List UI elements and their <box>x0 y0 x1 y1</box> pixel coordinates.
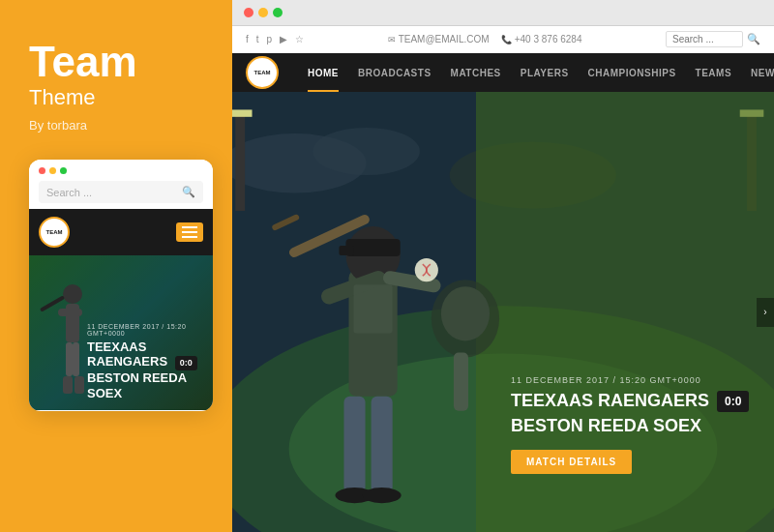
main-nav: TEAM HOME BROADCASTS MATCHES PLAYERS CHA… <box>232 53 774 92</box>
mobile-hamburger[interactable] <box>176 222 203 242</box>
browser-dot-red <box>244 8 253 17</box>
youtube-icon[interactable]: ▶ <box>280 34 287 44</box>
svg-point-32 <box>441 286 490 340</box>
svg-rect-2 <box>58 309 82 316</box>
svg-rect-21 <box>339 246 353 255</box>
mobile-search-bar[interactable]: Search ... 🔍 <box>39 181 203 203</box>
hero-section: 11 DECEMBER 2017 / 15:20 GMT+0000 TEEXAA… <box>232 92 774 532</box>
svg-rect-26 <box>343 396 365 492</box>
theme-author: By torbara <box>29 118 203 133</box>
mobile-search-icon: 🔍 <box>182 186 195 198</box>
utility-social-icons: f t p ▶ ☆ <box>246 34 304 44</box>
utility-bar: f t p ▶ ☆ ✉ TEAM@EMAIL.COM 📞 +40 3 876 6… <box>232 26 774 53</box>
match-details-button[interactable]: MATCH DETAILS <box>511 450 632 474</box>
mobile-hero-teams: TEEXAAS RAENGAERS 0:0 BESTON REEDA SOEX <box>87 340 203 401</box>
pinterest-icon[interactable]: p <box>267 34 273 44</box>
nav-logo: TEAM <box>246 56 279 89</box>
nav-items: HOME BROADCASTS MATCHES PLAYERS CHAMPION… <box>298 53 774 92</box>
mobile-search-placeholder: Search ... <box>46 187 92 198</box>
hero-score: 0:0 <box>717 391 749 412</box>
mobile-score-badge: 0:0 <box>175 356 197 370</box>
mobile-dot-yellow <box>49 167 56 174</box>
nav-item-home[interactable]: HOME <box>298 53 348 92</box>
browser-chrome <box>232 0 774 26</box>
nav-item-broadcasts[interactable]: BROADCASTS <box>348 53 441 92</box>
svg-rect-27 <box>372 396 393 492</box>
theme-title: Team <box>29 39 203 85</box>
hero-right-content: 11 DECEMBER 2017 / 15:20 GMT+0000 TEEXAA… <box>511 375 755 474</box>
utility-search[interactable]: 🔍 <box>666 31 760 47</box>
svg-rect-33 <box>454 352 468 410</box>
facebook-icon[interactable]: f <box>246 34 249 44</box>
contact-phone: 📞 +40 3 876 6284 <box>501 34 582 44</box>
hero-date: 11 DECEMBER 2017 / 15:20 GMT+0000 <box>511 375 755 385</box>
mobile-logo: TEAM <box>39 217 70 248</box>
hero-team1: TEEXAAS RAENGAERS <box>511 391 709 412</box>
hero-team2: BESTON REEDA SOEX <box>511 416 755 436</box>
nav-item-championships[interactable]: CHAMPIONSHIPS <box>579 53 686 92</box>
nav-item-players[interactable]: PLAYERS <box>511 53 579 92</box>
svg-point-29 <box>363 488 402 503</box>
svg-rect-20 <box>345 239 400 256</box>
email-icon: ✉ <box>388 35 396 44</box>
utility-contact: ✉ TEAM@EMAIL.COM 📞 +40 3 876 6284 <box>388 34 582 44</box>
desktop-search-button[interactable]: 🔍 <box>747 33 760 45</box>
svg-rect-30 <box>354 284 393 333</box>
svg-rect-25 <box>271 214 300 231</box>
bookmark-icon[interactable]: ☆ <box>295 34 304 44</box>
nav-item-news[interactable]: NEWS <box>741 53 774 92</box>
contact-email: ✉ TEAM@EMAIL.COM <box>388 34 490 44</box>
slider-next-arrow[interactable]: › <box>757 298 774 327</box>
mobile-dot-red <box>39 167 45 174</box>
svg-point-0 <box>63 284 82 304</box>
hero-teams-row: TEEXAAS RAENGAERS 0:0 <box>511 391 755 412</box>
mobile-nav: TEAM <box>29 209 213 255</box>
right-panel: f t p ▶ ☆ ✉ TEAM@EMAIL.COM 📞 +40 3 876 6… <box>232 0 774 532</box>
mobile-preview: Search ... 🔍 TEAM <box>29 160 213 411</box>
browser-dot-green <box>273 8 283 17</box>
theme-subtitle: Theme <box>29 85 203 110</box>
hero-batter-figure <box>232 114 514 532</box>
phone-icon: 📞 <box>501 35 512 44</box>
twitter-icon[interactable]: t <box>256 34 259 44</box>
nav-item-matches[interactable]: MATCHES <box>441 53 511 92</box>
left-panel: Team Theme By torbara Search ... 🔍 TEAM <box>0 0 232 532</box>
mobile-dot-green <box>60 167 67 174</box>
nav-item-teams[interactable]: TEAMS <box>686 53 742 92</box>
browser-dot-yellow <box>258 8 268 17</box>
mobile-hero-date: 11 DECEMBER 2017 / 15:20 GMT+0000 <box>87 323 203 337</box>
mobile-hero: 11 DECEMBER 2017 / 15:20 GMT+0000 TEEXAA… <box>29 255 213 410</box>
desktop-search-input[interactable] <box>666 31 743 47</box>
